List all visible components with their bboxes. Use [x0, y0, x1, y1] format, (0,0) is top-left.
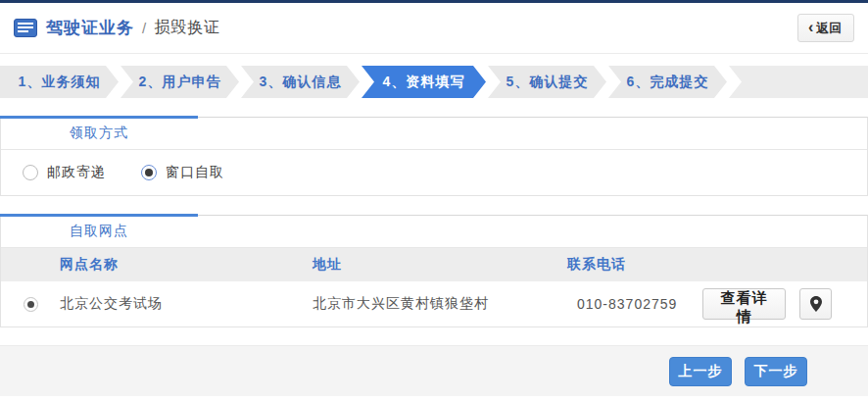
- column-header-name: 网点名称: [60, 256, 313, 274]
- row-outlet-phone: 010-83702759: [567, 296, 702, 312]
- tab-step-6[interactable]: 6、完成提交: [608, 66, 727, 98]
- tab-step-4-active[interactable]: 4、资料填写: [362, 66, 486, 98]
- tab-step-1[interactable]: 1、业务须知: [0, 66, 119, 98]
- pickup-method-title: 领取方式: [1, 125, 197, 142]
- row-outlet-name: 北京公交考试场: [60, 295, 313, 313]
- breadcrumb-separator: /: [142, 20, 146, 36]
- chevron-left-icon: ‹: [808, 20, 813, 35]
- license-card-icon: [14, 19, 37, 37]
- pickup-outlets-panel: 自取网点 网点名称 地址 联系电话 北京公交考试场 北京市大兴区黄村镇狼垡村 0…: [0, 215, 868, 327]
- page: 驾驶证业务 / 损毁换证 ‹ 返回 1、业务须知 2、用户申告 3、确认信息 4…: [0, 0, 868, 402]
- tab-step-2[interactable]: 2、用户申告: [121, 66, 239, 98]
- back-button-label: 返回: [816, 20, 842, 37]
- pickup-method-options: 邮政寄递 窗口自取: [1, 150, 867, 195]
- prev-step-button[interactable]: 上一步: [669, 357, 732, 386]
- tab-step-3[interactable]: 3、确认信息: [241, 66, 360, 98]
- pickup-outlets-header: 自取网点: [1, 216, 867, 248]
- view-details-button[interactable]: 查看详情: [702, 288, 786, 320]
- row-radio-selected-icon[interactable]: [24, 297, 38, 312]
- row-actions: 查看详情: [702, 288, 867, 320]
- radio-option-window-pickup[interactable]: 窗口自取: [141, 164, 224, 181]
- row-outlet-address: 北京市大兴区黄村镇狼垡村: [313, 295, 567, 313]
- radio-option-label: 窗口自取: [166, 164, 224, 181]
- pickup-method-panel: 领取方式 邮政寄递 窗口自取: [0, 117, 868, 196]
- step-tabs-filler: [729, 66, 868, 98]
- row-radio-cell: [1, 297, 60, 312]
- column-header-phone: 联系电话: [567, 256, 702, 274]
- breadcrumb-current: 损毁换证: [154, 18, 220, 38]
- back-button[interactable]: ‹ 返回: [797, 14, 854, 42]
- step-tabs: 1、业务须知 2、用户申告 3、确认信息 4、资料填写 5、确认提交 6、完成提…: [0, 66, 868, 98]
- tab-step-5[interactable]: 5、确认提交: [488, 66, 606, 98]
- table-row[interactable]: 北京公交考试场 北京市大兴区黄村镇狼垡村 010-83702759 查看详情: [1, 281, 867, 327]
- column-header-address: 地址: [313, 256, 567, 274]
- radio-unselected-icon[interactable]: [23, 165, 38, 180]
- outlets-table-header: 网点名称 地址 联系电话: [1, 248, 867, 281]
- header: 驾驶证业务 / 损毁换证 ‹ 返回: [0, 3, 868, 54]
- footer-action-bar: 上一步 下一步: [0, 345, 868, 396]
- next-step-button[interactable]: 下一步: [745, 357, 807, 386]
- page-title: 驾驶证业务: [46, 17, 134, 39]
- pickup-outlets-title: 自取网点: [1, 223, 197, 240]
- radio-option-label: 邮政寄递: [47, 164, 106, 181]
- radio-option-postal-delivery[interactable]: 邮政寄递: [23, 164, 106, 181]
- map-pin-button[interactable]: [799, 288, 832, 320]
- pickup-method-header: 领取方式: [1, 118, 867, 150]
- radio-selected-icon[interactable]: [141, 165, 157, 180]
- location-pin-icon: [810, 296, 822, 312]
